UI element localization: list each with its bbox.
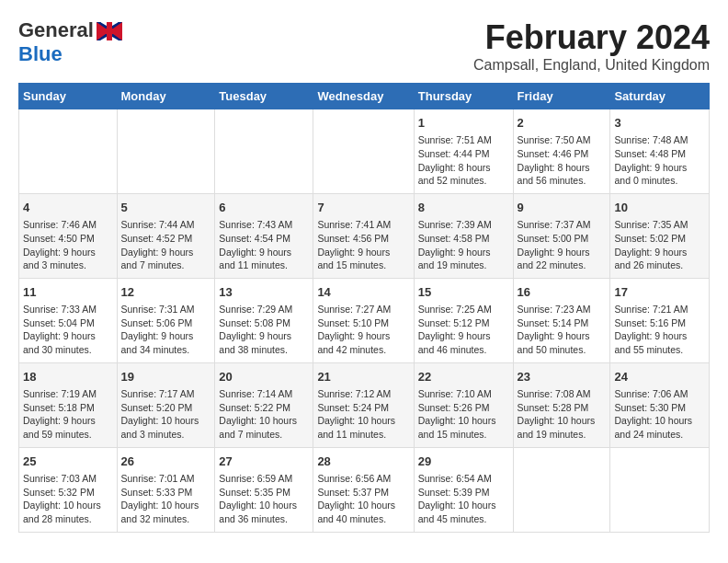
- day-info: Sunrise: 7:06 AMSunset: 5:30 PMDaylight:…: [614, 387, 705, 442]
- day-info: Sunrise: 7:08 AMSunset: 5:28 PMDaylight:…: [518, 387, 607, 442]
- table-row: 5Sunrise: 7:44 AMSunset: 4:52 PMDaylight…: [117, 193, 215, 278]
- header-sunday: Sunday: [19, 84, 118, 109]
- day-number: 23: [518, 369, 607, 385]
- table-row: 10Sunrise: 7:35 AMSunset: 5:02 PMDayligh…: [610, 193, 710, 278]
- table-row: 25Sunrise: 7:03 AMSunset: 5:32 PMDayligh…: [19, 447, 118, 532]
- title-section: February 2024 Campsall, England, United …: [473, 18, 710, 74]
- day-info: Sunrise: 7:37 AMSunset: 5:00 PMDaylight:…: [518, 218, 607, 272]
- table-row: [117, 109, 215, 194]
- logo-general: General: [18, 18, 94, 42]
- day-number: 7: [317, 200, 409, 216]
- table-row: 29Sunrise: 6:54 AMSunset: 5:39 PMDayligh…: [414, 447, 513, 532]
- day-info: Sunrise: 7:14 AMSunset: 5:22 PMDaylight:…: [219, 387, 309, 442]
- day-number: 3: [614, 115, 705, 132]
- table-row: [610, 447, 710, 532]
- table-row: 20Sunrise: 7:14 AMSunset: 5:22 PMDayligh…: [215, 362, 313, 447]
- table-row: 13Sunrise: 7:29 AMSunset: 5:08 PMDayligh…: [215, 278, 313, 362]
- header: General Blue February 2024 Campsall, Eng…: [18, 18, 710, 74]
- day-number: 5: [121, 200, 211, 216]
- table-row: [19, 109, 118, 194]
- day-number: 15: [418, 284, 509, 301]
- day-info: Sunrise: 7:12 AMSunset: 5:24 PMDaylight:…: [317, 387, 409, 442]
- day-info: Sunrise: 7:21 AMSunset: 5:16 PMDaylight:…: [614, 303, 705, 357]
- day-number: 26: [121, 454, 211, 470]
- day-info: Sunrise: 7:27 AMSunset: 5:10 PMDaylight:…: [317, 303, 409, 357]
- day-number: 8: [418, 200, 509, 216]
- day-info: Sunrise: 7:41 AMSunset: 4:56 PMDaylight:…: [317, 218, 409, 272]
- day-number: 17: [614, 284, 705, 301]
- table-row: 7Sunrise: 7:41 AMSunset: 4:56 PMDaylight…: [313, 193, 414, 278]
- table-row: 23Sunrise: 7:08 AMSunset: 5:28 PMDayligh…: [513, 362, 610, 447]
- header-tuesday: Tuesday: [215, 84, 313, 109]
- table-row: 3Sunrise: 7:48 AMSunset: 4:48 PMDaylight…: [610, 109, 710, 194]
- day-number: 18: [23, 369, 113, 385]
- day-info: Sunrise: 7:43 AMSunset: 4:54 PMDaylight:…: [219, 218, 309, 272]
- day-number: 12: [121, 284, 211, 301]
- day-info: Sunrise: 7:23 AMSunset: 5:14 PMDaylight:…: [518, 303, 607, 357]
- table-row: 21Sunrise: 7:12 AMSunset: 5:24 PMDayligh…: [313, 362, 414, 447]
- day-number: 6: [219, 200, 309, 216]
- table-row: 18Sunrise: 7:19 AMSunset: 5:18 PMDayligh…: [19, 362, 118, 447]
- logo: General Blue: [18, 18, 122, 66]
- day-info: Sunrise: 7:48 AMSunset: 4:48 PMDaylight:…: [614, 133, 705, 188]
- table-row: 27Sunrise: 6:59 AMSunset: 5:35 PMDayligh…: [215, 447, 313, 532]
- table-row: 8Sunrise: 7:39 AMSunset: 4:58 PMDaylight…: [414, 193, 513, 278]
- day-number: 22: [418, 369, 509, 385]
- day-info: Sunrise: 7:03 AMSunset: 5:32 PMDaylight:…: [23, 472, 113, 526]
- calendar-table: Sunday Monday Tuesday Wednesday Thursday…: [18, 83, 710, 533]
- day-info: Sunrise: 7:35 AMSunset: 5:02 PMDaylight:…: [614, 218, 705, 272]
- day-info: Sunrise: 6:59 AMSunset: 5:35 PMDaylight:…: [219, 472, 309, 526]
- table-row: 2Sunrise: 7:50 AMSunset: 4:46 PMDaylight…: [513, 109, 610, 194]
- day-info: Sunrise: 7:44 AMSunset: 4:52 PMDaylight:…: [121, 218, 211, 272]
- day-info: Sunrise: 6:54 AMSunset: 5:39 PMDaylight:…: [418, 472, 509, 526]
- table-row: 19Sunrise: 7:17 AMSunset: 5:20 PMDayligh…: [117, 362, 215, 447]
- logo-blue: Blue: [18, 42, 63, 65]
- table-row: 22Sunrise: 7:10 AMSunset: 5:26 PMDayligh…: [414, 362, 513, 447]
- table-row: 9Sunrise: 7:37 AMSunset: 5:00 PMDaylight…: [513, 193, 610, 278]
- day-info: Sunrise: 7:39 AMSunset: 4:58 PMDaylight:…: [418, 218, 509, 272]
- header-wednesday: Wednesday: [313, 84, 414, 109]
- header-thursday: Thursday: [414, 84, 513, 109]
- day-info: Sunrise: 7:10 AMSunset: 5:26 PMDaylight:…: [418, 387, 509, 442]
- day-info: Sunrise: 7:19 AMSunset: 5:18 PMDaylight:…: [23, 387, 113, 442]
- table-row: 24Sunrise: 7:06 AMSunset: 5:30 PMDayligh…: [610, 362, 710, 447]
- day-info: Sunrise: 7:50 AMSunset: 4:46 PMDaylight:…: [518, 133, 607, 188]
- day-number: 14: [317, 284, 409, 301]
- table-row: 16Sunrise: 7:23 AMSunset: 5:14 PMDayligh…: [513, 278, 610, 362]
- day-number: 24: [614, 369, 705, 385]
- header-saturday: Saturday: [610, 84, 710, 109]
- table-row: 11Sunrise: 7:33 AMSunset: 5:04 PMDayligh…: [19, 278, 118, 362]
- calendar-week-row: 1Sunrise: 7:51 AMSunset: 4:44 PMDaylight…: [19, 109, 710, 194]
- day-number: 16: [518, 284, 607, 301]
- day-number: 25: [23, 454, 113, 470]
- table-row: 26Sunrise: 7:01 AMSunset: 5:33 PMDayligh…: [117, 447, 215, 532]
- table-row: 1Sunrise: 7:51 AMSunset: 4:44 PMDaylight…: [414, 109, 513, 194]
- day-info: Sunrise: 7:33 AMSunset: 5:04 PMDaylight:…: [23, 303, 113, 357]
- day-number: 21: [317, 369, 409, 385]
- table-row: 4Sunrise: 7:46 AMSunset: 4:50 PMDaylight…: [19, 193, 118, 278]
- day-number: 4: [23, 200, 113, 216]
- page-title: February 2024: [473, 18, 710, 57]
- day-number: 9: [518, 200, 607, 216]
- calendar-week-row: 4Sunrise: 7:46 AMSunset: 4:50 PMDaylight…: [19, 193, 710, 278]
- calendar-week-row: 18Sunrise: 7:19 AMSunset: 5:18 PMDayligh…: [19, 362, 710, 447]
- table-row: [313, 109, 414, 194]
- table-row: [215, 109, 313, 194]
- table-row: 14Sunrise: 7:27 AMSunset: 5:10 PMDayligh…: [313, 278, 414, 362]
- table-row: 15Sunrise: 7:25 AMSunset: 5:12 PMDayligh…: [414, 278, 513, 362]
- calendar-header-row: Sunday Monday Tuesday Wednesday Thursday…: [19, 84, 710, 109]
- day-number: 28: [317, 454, 409, 470]
- table-row: 17Sunrise: 7:21 AMSunset: 5:16 PMDayligh…: [610, 278, 710, 362]
- day-info: Sunrise: 7:29 AMSunset: 5:08 PMDaylight:…: [219, 303, 309, 357]
- table-row: 6Sunrise: 7:43 AMSunset: 4:54 PMDaylight…: [215, 193, 313, 278]
- calendar-week-row: 11Sunrise: 7:33 AMSunset: 5:04 PMDayligh…: [19, 278, 710, 362]
- day-info: Sunrise: 7:31 AMSunset: 5:06 PMDaylight:…: [121, 303, 211, 357]
- day-info: Sunrise: 7:51 AMSunset: 4:44 PMDaylight:…: [418, 133, 509, 188]
- day-info: Sunrise: 7:01 AMSunset: 5:33 PMDaylight:…: [121, 472, 211, 526]
- day-number: 27: [219, 454, 309, 470]
- table-row: [513, 447, 610, 532]
- day-number: 1: [418, 115, 509, 132]
- day-number: 19: [121, 369, 211, 385]
- day-info: Sunrise: 7:46 AMSunset: 4:50 PMDaylight:…: [23, 218, 113, 272]
- calendar-week-row: 25Sunrise: 7:03 AMSunset: 5:32 PMDayligh…: [19, 447, 710, 532]
